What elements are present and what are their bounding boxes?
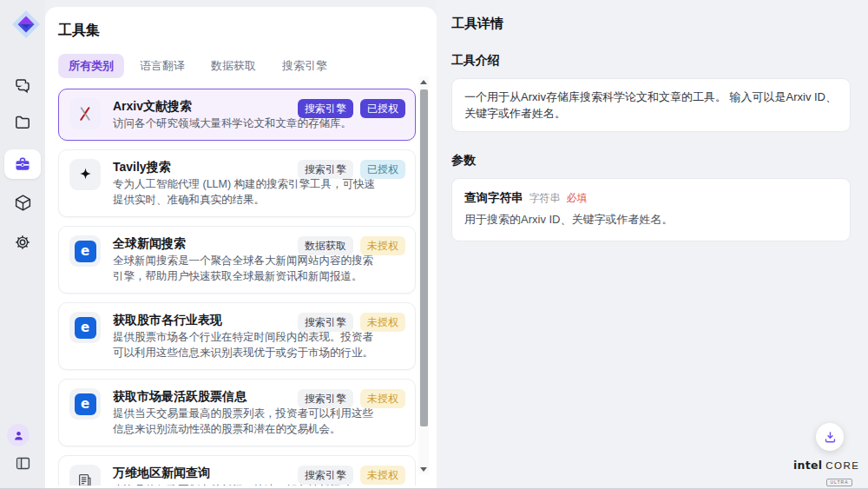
- category-badge: 搜索引擎: [298, 99, 353, 118]
- left-rail: [0, 0, 45, 489]
- auth-status-badge: 未授权: [360, 389, 405, 408]
- arxiv-x-icon: [69, 98, 101, 129]
- category-tabs: 所有类别 语言翻译 数据获取 搜索引擎: [58, 54, 437, 78]
- auth-status-badge: 已授权: [360, 99, 405, 118]
- intel-core-logo: intel CORE ULTRA: [793, 459, 856, 487]
- cube-icon[interactable]: [10, 189, 36, 215]
- category-badge: 搜索引擎: [298, 313, 353, 332]
- juhe-data-icon: e: [69, 312, 101, 343]
- ultra-badge: ULTRA: [826, 479, 852, 486]
- chat-icon[interactable]: [10, 73, 36, 99]
- category-badge: 搜索引擎: [298, 466, 353, 485]
- param-card: 查询字符串 字符串 必填 用于搜索的Arxiv ID、关键字或作者姓名。: [451, 178, 851, 241]
- category-badge: 搜索引擎: [298, 389, 353, 408]
- scroll-up-arrow[interactable]: [418, 76, 429, 87]
- param-name: 查询字符串: [464, 190, 523, 206]
- tool-card-tavily[interactable]: Tavily搜索 专为人工智能代理 (LLM) 构建的搜索引擎工具，可快速提供实…: [58, 149, 416, 217]
- auth-status-badge: 已授权: [360, 160, 405, 179]
- settings-gear-icon[interactable]: [10, 229, 36, 255]
- newspaper-icon: [69, 465, 101, 486]
- tab-data-fetch[interactable]: 数据获取: [201, 54, 266, 78]
- app-logo: [10, 9, 42, 40]
- sparkle-icon: [69, 159, 101, 190]
- page-title: 工具集: [58, 22, 437, 40]
- tool-detail-panel: 工具详情 工具介绍 一个用于从Arxiv存储库搜索科学论文和文章的工具。 输入可…: [437, 0, 868, 489]
- tab-language-translation[interactable]: 语言翻译: [129, 54, 195, 78]
- tool-description: 提供股票市场各个行业在特定时间段内的表现。投资者可以利用这些信息来识别表现优于或…: [113, 329, 384, 360]
- auth-status-badge: 未授权: [360, 313, 405, 332]
- intro-heading: 工具介绍: [451, 53, 851, 69]
- download-button[interactable]: [816, 423, 844, 451]
- tool-description: 专为人工智能代理 (LLM) 构建的搜索引擎工具，可快速提供实时、准确和真实的结…: [113, 176, 384, 208]
- tool-list: Arxiv文献搜索 访问各个研究领域大量科学论文和文章的存储库。 搜索引擎 已授…: [58, 89, 416, 486]
- intro-text: 一个用于从Arxiv存储库搜索科学论文和文章的工具。 输入可以是Arxiv ID…: [464, 90, 837, 120]
- tools-panel: 工具集 所有类别 语言翻译 数据获取 搜索引擎 Arxiv文献搜索 访问各个研究…: [45, 7, 437, 489]
- auth-status-badge: 未授权: [360, 236, 405, 255]
- auth-status-badge: 未授权: [360, 466, 405, 485]
- tool-card-regional-news[interactable]: 万维地区新闻查询 查询具体行政区划内的新闻，快速了解各地新闻动 搜索引擎 未授权: [58, 455, 416, 486]
- scrollbar[interactable]: [418, 76, 429, 474]
- tool-card-global-news[interactable]: e 全球新闻搜索 全球新闻搜索是一个聚合全球各大新闻网站内容的搜索引擎，帮助用户…: [58, 226, 416, 294]
- params-heading: 参数: [451, 153, 851, 169]
- tool-card-arxiv[interactable]: Arxiv文献搜索 访问各个研究领域大量科学论文和文章的存储库。 搜索引擎 已授…: [58, 89, 416, 141]
- scrollbar-thumb[interactable]: [420, 89, 428, 426]
- param-required-flag: 必填: [567, 191, 588, 206]
- tool-description: 全球新闻搜索是一个聚合全球各大新闻网站内容的搜索引擎，帮助用户快速获取全球最新资…: [113, 253, 384, 284]
- intel-wordmark: intel: [793, 459, 822, 472]
- user-avatar[interactable]: [7, 424, 30, 446]
- scroll-down-arrow[interactable]: [418, 464, 429, 474]
- juhe-data-icon: e: [69, 235, 101, 267]
- category-badge: 搜索引擎: [298, 160, 353, 179]
- tool-description: 提供当天交易量最高的股票列表，投资者可以利用这些信息来识别流动性强的股票和潜在的…: [113, 406, 384, 437]
- core-wordmark: CORE: [825, 460, 859, 471]
- juhe-data-icon: e: [69, 388, 101, 420]
- sidebar-toggle-icon[interactable]: [10, 450, 36, 476]
- tab-search-engine[interactable]: 搜索引擎: [272, 54, 338, 78]
- tab-all-categories[interactable]: 所有类别: [58, 54, 124, 78]
- category-badge: 数据获取: [298, 236, 353, 255]
- folder-icon[interactable]: [10, 109, 36, 135]
- tool-card-sector-performance[interactable]: e 获取股市各行业表现 提供股票市场各个行业在特定时间段内的表现。投资者可以利用…: [58, 302, 416, 370]
- intro-card: 一个用于从Arxiv存储库搜索科学论文和文章的工具。 输入可以是Arxiv ID…: [451, 78, 851, 132]
- param-description: 用于搜索的Arxiv ID、关键字或作者姓名。: [464, 212, 838, 228]
- param-type: 字符串: [529, 191, 561, 206]
- toolbox-icon-active[interactable]: [4, 149, 41, 179]
- tool-card-most-active-stocks[interactable]: e 获取市场最活跃股票信息 提供当天交易量最高的股票列表，投资者可以利用这些信息…: [58, 379, 416, 446]
- detail-title: 工具详情: [451, 16, 851, 32]
